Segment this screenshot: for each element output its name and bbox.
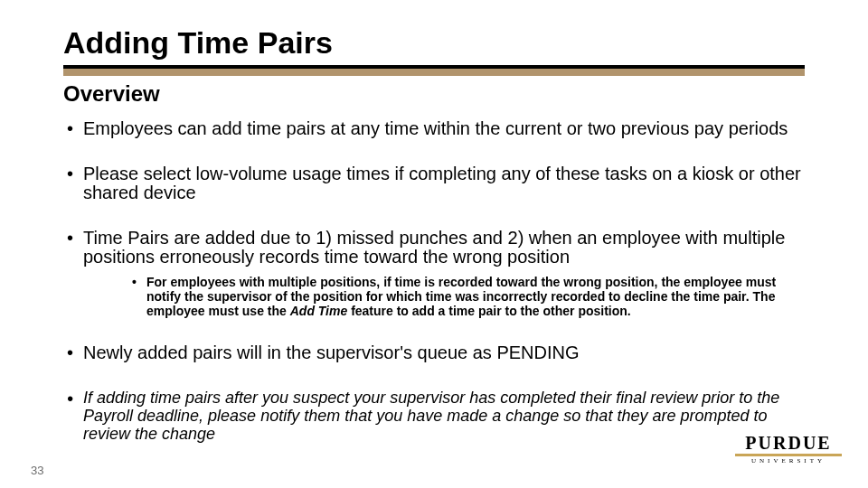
list-item-italic: If adding time pairs after you suspect y… [63,389,805,443]
slide: Adding Time Pairs Overview Employees can… [0,0,868,488]
page-title: Adding Time Pairs [63,25,333,61]
page-number: 33 [31,464,43,477]
divider-gold [63,69,805,76]
sub-text-em: Add Time [290,304,348,318]
list-item: Newly added pairs will in the supervisor… [63,343,805,363]
logo-subtext: UNIVERSITY [734,457,843,465]
sub-text-post: feature to add a time pair to the other … [347,304,630,318]
bullet-list: Employees can add time pairs at any time… [63,119,805,443]
list-item-text: Time Pairs are added due to 1) missed pu… [83,228,785,267]
sub-list-item: For employees with multiple positions, i… [83,275,805,318]
logo-wordmark: PURDUE [734,434,843,452]
section-heading: Overview [63,81,160,107]
logo-bar [735,454,842,456]
list-item: Time Pairs are added due to 1) missed pu… [63,229,805,318]
list-item: Please select low-volume usage times if … [63,164,805,203]
sub-bullet-list: For employees with multiple positions, i… [83,275,805,318]
purdue-logo: PURDUE UNIVERSITY [734,434,843,465]
list-item: Employees can add time pairs at any time… [63,119,805,139]
content-body: Employees can add time pairs at any time… [63,119,805,468]
